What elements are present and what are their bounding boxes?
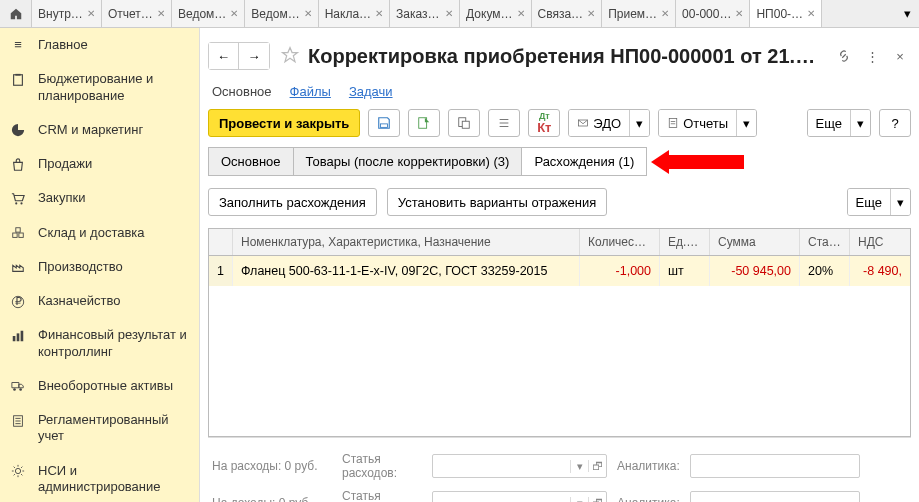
svg-rect-6 — [16, 228, 20, 232]
col-sum[interactable]: Сумма — [710, 229, 800, 255]
sidebar-item-treasury[interactable]: ₽ Казначейство — [0, 284, 199, 318]
sidebar-item-purchase[interactable]: Закупки — [0, 181, 199, 215]
cart-icon — [8, 190, 28, 206]
item-income-label: Статья доходов: — [342, 489, 422, 502]
bag-icon — [8, 156, 28, 172]
item-expense-field[interactable]: ▾🗗 — [432, 454, 607, 478]
window-tab[interactable]: Связа…✕ — [532, 0, 603, 27]
sidebar-item-regaccount[interactable]: Регламентированный учет — [0, 403, 199, 454]
set-variants-button[interactable]: Установить варианты отражения — [387, 188, 607, 216]
sidebar: ≡ Главное Бюджетирование и планирование … — [0, 28, 200, 502]
sidebar-item-assets[interactable]: Внеоборотные активы — [0, 369, 199, 403]
link-icon[interactable] — [833, 45, 855, 67]
list-icon-button[interactable] — [488, 109, 520, 137]
svg-rect-19 — [381, 124, 388, 128]
tab-close-icon[interactable]: ✕ — [517, 8, 525, 19]
app-tabbar: Внутр…✕Отчет…✕Ведом…✕Ведом…✕Накла…✕Заказ… — [0, 0, 919, 28]
svg-point-12 — [13, 389, 16, 392]
svg-rect-10 — [17, 333, 20, 341]
window-tab[interactable]: НП00-…✕ — [750, 0, 822, 27]
truck-icon — [8, 378, 28, 394]
svg-text:₽: ₽ — [15, 295, 22, 307]
diff-grid: Номенклатура, Характеристика, Назначение… — [208, 228, 911, 437]
tab-close-icon[interactable]: ✕ — [157, 8, 165, 19]
boxes-icon — [8, 225, 28, 241]
more-icon[interactable]: ⋮ — [861, 45, 883, 67]
window-tab[interactable]: Докум…✕ — [460, 0, 531, 27]
analytics-field-2[interactable] — [690, 491, 860, 502]
subtab-tasks[interactable]: Задачи — [349, 84, 393, 99]
help-button[interactable]: ? — [879, 109, 911, 137]
more-button[interactable]: Еще ▾ — [807, 109, 871, 137]
save-close-button[interactable]: Провести и закрыть — [208, 109, 360, 137]
svg-point-13 — [19, 389, 22, 392]
tabs-dropdown[interactable]: ▾ — [895, 0, 919, 27]
fill-diff-button[interactable]: Заполнить расхождения — [208, 188, 377, 216]
ruble-icon: ₽ — [8, 293, 28, 309]
col-rate[interactable]: Ста… — [800, 229, 850, 255]
sidebar-item-admin[interactable]: НСИ и администрирование — [0, 454, 199, 503]
svg-rect-0 — [14, 75, 23, 86]
toolbar: Провести и закрыть ДтКт — [208, 109, 911, 147]
svg-rect-11 — [21, 331, 24, 342]
create-based-button[interactable] — [448, 109, 480, 137]
col-nomen[interactable]: Номенклатура, Характеристика, Назначение — [233, 229, 580, 255]
home-tab[interactable] — [0, 0, 32, 27]
nav-back-button[interactable]: ← — [209, 43, 239, 69]
window-tab[interactable]: Заказ…✕ — [390, 0, 460, 27]
window-tab[interactable]: Внутр…✕ — [32, 0, 102, 27]
tab-close-icon[interactable]: ✕ — [230, 8, 238, 19]
window-tab[interactable]: Отчет…✕ — [102, 0, 172, 27]
item-income-field[interactable]: ▾🗗 — [432, 491, 607, 502]
sidebar-item-budget[interactable]: Бюджетирование и планирование — [0, 62, 199, 113]
nav-forward-button[interactable]: → — [239, 43, 269, 69]
tab-close-icon[interactable]: ✕ — [445, 8, 453, 19]
sidebar-item-production[interactable]: Производство — [0, 250, 199, 284]
close-icon[interactable]: × — [889, 45, 911, 67]
doctab-diff[interactable]: Расхождения (1) — [522, 148, 646, 175]
clipboard-icon — [8, 71, 28, 87]
tab-close-icon[interactable]: ✕ — [587, 8, 595, 19]
window-tab[interactable]: 00-000…✕ — [676, 0, 750, 27]
sidebar-item-finresult[interactable]: Финансовый результат и контроллинг — [0, 318, 199, 369]
document-tabs: Основное Товары (после корректировки) (3… — [208, 147, 647, 176]
svg-rect-4 — [13, 233, 17, 237]
subtab-files[interactable]: Файлы — [290, 84, 331, 99]
subtoolbar-more[interactable]: Еще ▾ — [847, 188, 911, 216]
titlebar: ← → Корректировка приобретения НП00-0000… — [208, 38, 911, 82]
sidebar-item-warehouse[interactable]: Склад и доставка — [0, 216, 199, 250]
tab-close-icon[interactable]: ✕ — [87, 8, 95, 19]
dtct-icon-button[interactable]: ДтКт — [528, 109, 560, 137]
item-expense-label: Статья расходов: — [342, 452, 422, 481]
window-tab[interactable]: Накла…✕ — [319, 0, 390, 27]
table-row[interactable]: 1 Фланец 500-63-11-1-E-х-IV, 09Г2С, ГОСТ… — [209, 256, 910, 286]
tab-close-icon[interactable]: ✕ — [375, 8, 383, 19]
bottom-panel: На расходы: 0 руб. Статья расходов: ▾🗗 А… — [208, 437, 911, 502]
save-icon-button[interactable] — [368, 109, 400, 137]
tab-close-icon[interactable]: ✕ — [661, 8, 669, 19]
annotation-arrow-right — [651, 150, 744, 174]
col-vat[interactable]: НДС — [850, 229, 910, 255]
subtab-main[interactable]: Основное — [212, 84, 272, 99]
col-unit[interactable]: Ед. … — [660, 229, 710, 255]
tab-close-icon[interactable]: ✕ — [735, 8, 743, 19]
tab-close-icon[interactable]: ✕ — [807, 8, 815, 19]
sidebar-item-main[interactable]: ≡ Главное — [0, 28, 199, 62]
analytics-field-1[interactable] — [690, 454, 860, 478]
favorite-icon[interactable] — [280, 45, 300, 68]
page-title: Корректировка приобретения НП00-000001 о… — [308, 45, 825, 68]
window-tab[interactable]: Ведом…✕ — [172, 0, 245, 27]
col-qty[interactable]: Количество — [580, 229, 660, 255]
post-icon-button[interactable] — [408, 109, 440, 137]
doctab-main[interactable]: Основное — [209, 148, 294, 175]
reports-button[interactable]: Отчеты ▾ — [658, 109, 757, 137]
tab-close-icon[interactable]: ✕ — [304, 8, 312, 19]
col-num[interactable] — [209, 229, 233, 255]
window-tab[interactable]: Прием…✕ — [602, 0, 676, 27]
sidebar-item-sales[interactable]: Продажи — [0, 147, 199, 181]
svg-rect-1 — [15, 74, 20, 76]
sidebar-item-crm[interactable]: CRM и маркетинг — [0, 113, 199, 147]
window-tab[interactable]: Ведом…✕ — [245, 0, 318, 27]
edo-button[interactable]: ЭДО ▾ — [568, 109, 650, 137]
doctab-goods[interactable]: Товары (после корректировки) (3) — [294, 148, 523, 175]
